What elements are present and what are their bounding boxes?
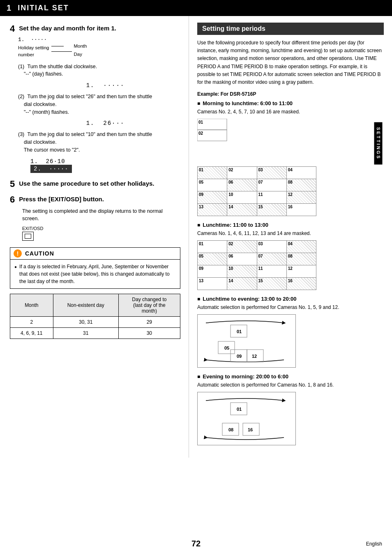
lunchtime-cam-grid: 01 02 03 04 05 06 07 08 09 10 11	[197, 240, 316, 290]
svg-text:12: 12	[252, 354, 257, 359]
cam-04: 04	[286, 167, 316, 179]
diagram2: 1. ·····	[30, 82, 180, 89]
step-4: 4 Set the day and month for item 1. 1. ·…	[10, 24, 180, 173]
cam-11: 11	[257, 191, 286, 204]
exit-osd-area: EXIT/OSD	[22, 226, 180, 241]
svg-text:05: 05	[224, 345, 229, 350]
step-6-number: 6	[10, 195, 15, 204]
exit-osd-label: EXIT/OSD	[22, 226, 180, 231]
cam-12: 12	[286, 191, 316, 204]
evening-diagram: 01 08 16	[197, 392, 296, 445]
cam-04: 04	[286, 241, 316, 253]
diagram3: 1. 26···	[30, 120, 180, 127]
subsection-lunchtime-title: Lunchtime: 11:00 to 13:00	[203, 222, 268, 228]
day-label: Day	[74, 52, 87, 57]
step-4-number: 4	[10, 24, 15, 33]
table-header-row: Month Non-existent day Day changed to(la…	[10, 294, 180, 317]
svg-text:01: 01	[198, 120, 203, 124]
cam-row: 13 14 15 16	[198, 278, 316, 290]
subsection-morning: Morning to lunchtime: 6:00 to 11:00 Came…	[197, 100, 384, 216]
step-4-title: Set the day and month for item 1.	[19, 24, 116, 32]
cam-row: 09 10 11 12	[198, 265, 316, 278]
cam-07: 07	[257, 253, 286, 265]
caution-body: If a day is selected in February, April,…	[10, 260, 180, 288]
morning-cam-grid: 01 02 03 04 05 06 07 08 09 10 11	[197, 166, 316, 216]
page-footer: 72 English	[0, 539, 392, 548]
instruction-1-num: (1)	[18, 64, 24, 69]
diagram4b: 2. ·····	[30, 165, 72, 173]
holiday-setting-label: Holiday settingnumber	[18, 44, 49, 59]
row1-changed: 29	[118, 317, 180, 328]
subsection-morning-desc: Cameras No. 2, 4, 5, 7, 10 and 16 are ma…	[197, 108, 384, 115]
svg-text:01: 01	[237, 329, 242, 334]
svg-text:16: 16	[248, 427, 253, 432]
caution-header: ! CAUTION	[10, 248, 180, 260]
month-label: Month	[74, 44, 87, 48]
cam-16: 16	[286, 204, 316, 216]
cam-08: 08	[286, 253, 316, 265]
cam-15: 15	[257, 278, 286, 290]
cam-10: 10	[227, 265, 257, 278]
cam-01: 01	[198, 167, 227, 179]
row1-nonexistent: 30, 31	[53, 317, 118, 328]
page-number: 72	[191, 539, 201, 548]
subsection-afternoon-heading: Lunchtime to evening: 13:00 to 20:00	[197, 296, 384, 302]
step-6-header: 6 Press the [EXIT/OSD] button.	[10, 195, 180, 204]
step-6-title: Press the [EXIT/OSD] button.	[19, 195, 104, 203]
diagram4a: 1. 26·10	[30, 158, 180, 165]
instruction-2-text: Turn the jog dial to select "26" and the…	[18, 94, 152, 115]
subsection-morning-heading: Morning to lunchtime: 6:00 to 11:00	[197, 100, 384, 106]
table-row: 2 30, 31 29	[10, 317, 180, 328]
subsection-afternoon-desc: Automatic selection is performed for Cam…	[197, 304, 384, 311]
cam-15: 15	[257, 204, 286, 216]
caution-title: CAUTION	[25, 250, 54, 257]
subsection-morning-title: Morning to lunchtime: 6:00 to 11:00	[203, 100, 293, 106]
subsection-lunchtime: Lunchtime: 11:00 to 13:00 Cameras No. 1,…	[197, 222, 384, 290]
afternoon-diagram: 01 05 09 12	[197, 314, 296, 368]
cam-08: 08	[286, 179, 316, 191]
cam-02: 02	[227, 167, 257, 179]
header-title: INITIAL SET	[18, 4, 69, 12]
subsection-evening: Evening to morning: 20:00 to 6:00 Automa…	[197, 373, 384, 445]
cam-11: 11	[257, 265, 286, 278]
instruction-1: (1) Turn the shuttle dial clockwise. "--…	[18, 63, 180, 78]
instruction-3-num: (3)	[18, 131, 24, 137]
subsection-evening-desc: Automatic selection is performed for Cam…	[197, 381, 384, 389]
cam-06: 06	[227, 253, 257, 265]
cam-14: 14	[227, 204, 257, 216]
cam-row: 01 02 03 04	[198, 167, 316, 179]
instruction-1-text: Turn the shuttle dial clockwise. "--" (d…	[18, 64, 97, 77]
language-label: English	[366, 541, 382, 547]
diagram4: 1. 26·10 2. ·····	[30, 158, 180, 173]
evening-svg: 01 08 16	[198, 392, 296, 446]
page-container: 1 INITIAL SET 4 Set the day and month fo…	[0, 0, 392, 555]
subsection-lunchtime-heading: Lunchtime: 11:00 to 13:00	[197, 222, 384, 228]
exit-osd-inner	[25, 234, 31, 239]
cam-row: 05 06 07 08	[198, 179, 316, 191]
section-intro: Use the following procedure to specify f…	[197, 39, 384, 86]
col-month: Month	[10, 294, 53, 317]
instruction-3-text: Turn the jog dial to select "10" and the…	[18, 131, 152, 153]
cam-03: 03	[257, 241, 286, 253]
cam-16: 16	[286, 278, 316, 290]
main-content: 4 Set the day and month for item 1. 1. ·…	[0, 16, 392, 458]
cam-07: 07	[257, 179, 286, 191]
svg-text:01: 01	[237, 407, 242, 412]
step-4-header: 4 Set the day and month for item 1.	[10, 24, 180, 33]
subsection-afternoon: Lunchtime to evening: 13:00 to 20:00 Aut…	[197, 296, 384, 368]
cam-13: 13	[198, 278, 227, 290]
header-number: 1	[7, 3, 11, 13]
cam-14: 14	[227, 278, 257, 290]
cam-09: 09	[198, 265, 227, 278]
exit-osd-button[interactable]	[22, 232, 34, 241]
section-title: Setting time periods	[202, 25, 265, 32]
cam-02: 02	[227, 241, 257, 253]
cam-row: 01 02 03 04	[198, 241, 316, 253]
caution-icon: !	[14, 249, 22, 258]
row1-month: 2	[10, 317, 53, 328]
step-5-header: 5 Use the same procedure to set other ho…	[10, 180, 180, 189]
cam-13: 13	[198, 204, 227, 216]
step-5: 5 Use the same procedure to set other ho…	[10, 180, 180, 189]
row2-changed: 30	[118, 328, 180, 339]
row2-nonexistent: 31	[53, 328, 118, 339]
